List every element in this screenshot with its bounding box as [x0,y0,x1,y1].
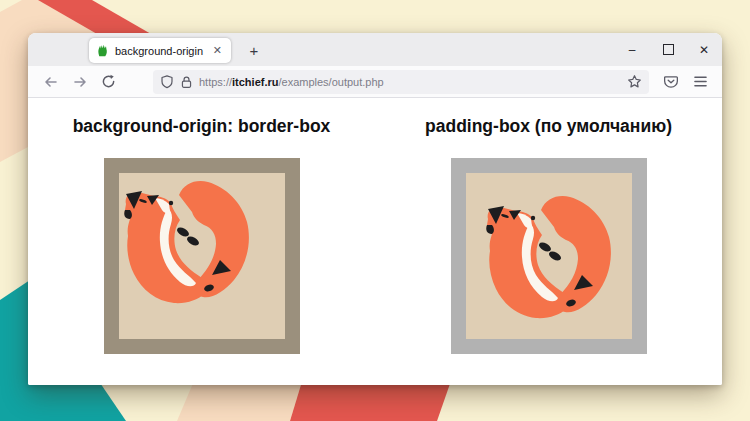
example-border-box: background-origin: border-box [28,98,375,385]
close-button[interactable]: ✕ [686,33,722,66]
demo-box-border-box [104,158,300,354]
page-content: background-origin: border-box padding-bo… [28,98,722,385]
tab-title: background-origin [115,45,205,57]
url-path: /examples/output.php [278,76,383,88]
menu-hamburger-icon[interactable] [693,75,708,88]
url-protocol: https:// [199,76,232,88]
back-icon[interactable] [42,73,59,90]
example-padding-box: padding-box (по умолчанию) [375,98,722,385]
forward-icon[interactable] [71,73,88,90]
shield-icon[interactable] [160,74,174,89]
url-text[interactable]: https://itchief.ru/examples/output.php [199,76,621,88]
lock-icon[interactable] [180,75,193,89]
demo-box-padding-box [451,158,647,354]
tab-background-origin[interactable]: background-origin ✕ [89,38,231,63]
favicon-itchief-hand-icon [96,44,109,57]
reload-icon[interactable] [100,73,117,90]
browser-window: background-origin ✕ + – ✕ [28,33,722,385]
new-tab-button[interactable]: + [241,38,267,63]
pocket-icon[interactable] [663,74,679,89]
tab-close-icon[interactable]: ✕ [211,44,224,57]
navigation-toolbar: https://itchief.ru/examples/output.php [28,66,722,98]
maximize-button[interactable] [650,33,686,66]
maximize-icon [663,44,674,55]
bookmark-star-icon[interactable] [627,74,642,89]
toolbar-right-icons [663,74,708,89]
minimize-button[interactable]: – [614,33,650,66]
heading-padding-box: padding-box (по умолчанию) [425,115,672,137]
fox-image [478,185,628,335]
fox-image [116,170,266,320]
window-controls: – ✕ [614,33,722,66]
url-domain: itchief.ru [232,76,278,88]
url-bar[interactable]: https://itchief.ru/examples/output.php [153,70,649,94]
tab-bar: background-origin ✕ + – ✕ [28,33,722,66]
heading-border-box: background-origin: border-box [73,115,331,137]
